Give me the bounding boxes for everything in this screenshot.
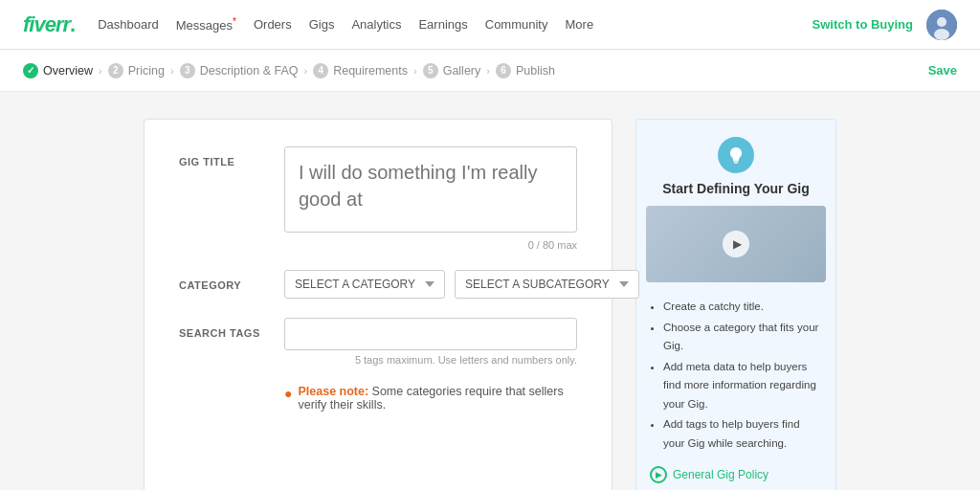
sidebar-header: Start Defining Your Gig: [636, 120, 835, 206]
search-tags-row: SEARCH TAGS 5 tags maximum. Use letters …: [179, 318, 577, 366]
main-content: GIG TITLE 0 / 80 max CATEGORY SELECT A C…: [0, 92, 980, 490]
breadcrumb-step-gallery[interactable]: 5 Gallery: [423, 63, 481, 78]
nav-links: Dashboard Messages* Orders Gigs Analytic…: [98, 16, 593, 33]
gig-title-row: GIG TITLE 0 / 80 max: [179, 146, 577, 251]
search-tags-label: SEARCH TAGS: [179, 318, 284, 366]
breadcrumb-step-overview[interactable]: ✓ Overview: [23, 63, 93, 78]
nav-dashboard[interactable]: Dashboard: [98, 17, 159, 32]
nav-messages[interactable]: Messages*: [176, 16, 236, 33]
play-button-icon[interactable]: ▶: [723, 231, 749, 257]
avatar[interactable]: [926, 10, 957, 40]
nav-earnings[interactable]: Earnings: [418, 17, 467, 32]
breadcrumb: ✓ Overview › 2 Pricing › 3 Description &…: [23, 63, 555, 78]
step-num-3: 3: [180, 63, 195, 78]
search-tags-control: 5 tags maximum. Use letters and numbers …: [284, 318, 577, 366]
step-num-6: 6: [496, 63, 511, 78]
nav-left: fiverr. Dashboard Messages* Orders Gigs …: [23, 12, 593, 37]
nav-analytics[interactable]: Analytics: [351, 17, 401, 32]
breadcrumb-step-requirements[interactable]: 4 Requirements: [313, 63, 408, 78]
breadcrumb-step-pricing[interactable]: 2 Pricing: [108, 63, 165, 78]
tip-3: Add meta data to help buyers find more i…: [663, 358, 822, 414]
category-select[interactable]: SELECT A CATEGORY: [284, 270, 445, 299]
nav-community[interactable]: Community: [485, 17, 548, 32]
top-nav: fiverr. Dashboard Messages* Orders Gigs …: [0, 0, 980, 50]
step-num-4: 4: [313, 63, 328, 78]
gig-title-label: GIG TITLE: [179, 146, 284, 251]
switch-to-buying-button[interactable]: Switch to Buying: [813, 17, 913, 32]
sidebar-panel: Start Defining Your Gig ▶ Create a catch…: [635, 119, 836, 490]
step-num-1: ✓: [23, 63, 38, 78]
nav-right: Switch to Buying: [813, 10, 957, 40]
general-gig-policy-link[interactable]: ▶ General Gig Policy: [636, 460, 835, 483]
breadcrumb-arrow-4: ›: [413, 65, 417, 77]
video-bg: ▶: [646, 206, 826, 282]
avatar-image: [926, 10, 957, 40]
gig-title-control: 0 / 80 max: [284, 146, 577, 251]
breadcrumb-arrow-3: ›: [303, 65, 307, 77]
svg-rect-4: [734, 162, 738, 164]
nav-orders[interactable]: Orders: [254, 17, 292, 32]
sidebar-lightbulb-icon: [718, 137, 754, 173]
step-num-2: 2: [108, 63, 123, 78]
gig-title-input[interactable]: [284, 146, 577, 233]
search-tags-input[interactable]: [284, 318, 577, 350]
tip-2: Choose a category that fits your Gig.: [663, 319, 822, 356]
breadcrumb-step-description[interactable]: 3 Description & FAQ: [180, 63, 299, 78]
breadcrumb-arrow-1: ›: [99, 65, 102, 77]
breadcrumb-arrow-2: ›: [170, 65, 174, 77]
breadcrumb-bar: ✓ Overview › 2 Pricing › 3 Description &…: [0, 50, 980, 92]
breadcrumb-arrow-5: ›: [486, 65, 490, 77]
tags-hint: 5 tags maximum. Use letters and numbers …: [284, 354, 577, 366]
fiverr-logo: fiverr.: [23, 12, 75, 37]
nav-more[interactable]: More: [566, 17, 594, 32]
video-thumbnail[interactable]: ▶: [646, 206, 826, 282]
breadcrumb-step-publish[interactable]: 6 Publish: [496, 63, 555, 78]
tip-4: Add tags to help buyers find your Gig wh…: [663, 415, 822, 453]
step-num-5: 5: [423, 63, 438, 78]
subcategory-select[interactable]: SELECT A SUBCATEGORY: [455, 270, 639, 299]
messages-badge: *: [233, 16, 236, 27]
sidebar-title: Start Defining Your Gig: [650, 181, 822, 196]
sidebar-tips: Create a catchy title. Choose a category…: [636, 292, 835, 460]
tip-1: Create a catchy title.: [663, 298, 822, 317]
form-panel: GIG TITLE 0 / 80 max CATEGORY SELECT A C…: [144, 119, 612, 490]
category-label: CATEGORY: [179, 270, 284, 299]
svg-point-1: [937, 17, 947, 27]
svg-point-2: [934, 29, 949, 40]
char-count: 0 / 80 max: [284, 239, 577, 251]
policy-link-icon: ▶: [650, 466, 667, 483]
nav-gigs[interactable]: Gigs: [309, 17, 335, 32]
category-row: CATEGORY SELECT A CATEGORY SELECT A SUBC…: [179, 270, 577, 299]
category-control: SELECT A CATEGORY SELECT A SUBCATEGORY: [284, 270, 639, 299]
svg-rect-3: [733, 160, 739, 162]
note-icon: ●: [284, 386, 292, 401]
policy-link-label: General Gig Policy: [673, 468, 768, 481]
note-row: ● Please note: Some categories require t…: [284, 385, 577, 412]
note-strong: Please note:: [298, 385, 368, 398]
note-text: Please note: Some categories require tha…: [298, 385, 577, 412]
save-link[interactable]: Save: [928, 63, 957, 78]
selects-row: SELECT A CATEGORY SELECT A SUBCATEGORY: [284, 270, 639, 299]
